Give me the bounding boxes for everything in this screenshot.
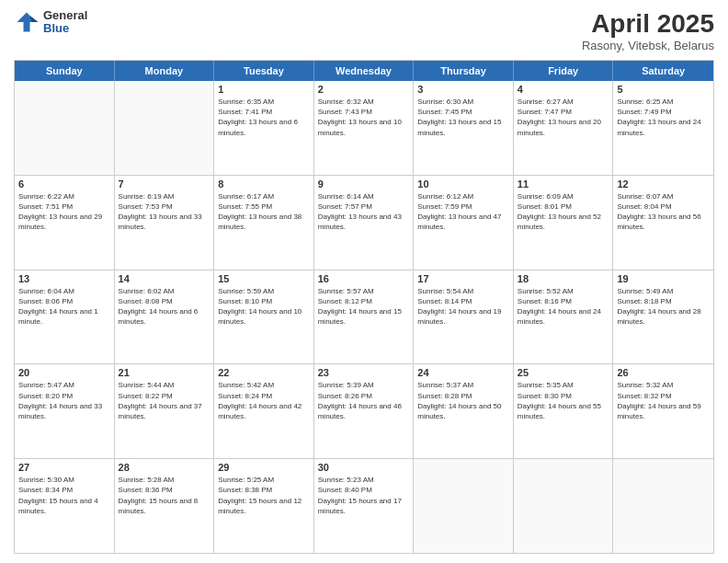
day-cell: 7Sunrise: 6:19 AM Sunset: 7:53 PM Daylig… xyxy=(115,176,215,270)
day-cell: 20Sunrise: 5:47 AM Sunset: 8:20 PM Dayli… xyxy=(15,364,115,458)
sun-info: Sunrise: 6:27 AM Sunset: 7:47 PM Dayligh… xyxy=(518,97,609,138)
sun-info: Sunrise: 6:30 AM Sunset: 7:45 PM Dayligh… xyxy=(417,97,509,138)
day-number: 11 xyxy=(518,178,609,190)
day-number: 15 xyxy=(218,273,310,284)
header: General Blue April 2025 Rasony, Vitebsk,… xyxy=(14,9,714,52)
day-cell: 28Sunrise: 5:28 AM Sunset: 8:36 PM Dayli… xyxy=(115,459,215,553)
day-cell: 3Sunrise: 6:30 AM Sunset: 7:45 PM Daylig… xyxy=(414,81,514,175)
day-number: 28 xyxy=(119,462,210,473)
sun-info: Sunrise: 6:04 AM Sunset: 8:06 PM Dayligh… xyxy=(18,286,110,327)
sun-info: Sunrise: 5:30 AM Sunset: 8:34 PM Dayligh… xyxy=(18,475,110,516)
day-cell: 15Sunrise: 5:59 AM Sunset: 8:10 PM Dayli… xyxy=(214,270,314,364)
day-number: 25 xyxy=(518,367,609,378)
day-cell: 18Sunrise: 5:52 AM Sunset: 8:16 PM Dayli… xyxy=(514,270,614,364)
day-number: 12 xyxy=(617,178,710,190)
day-cell: 22Sunrise: 5:42 AM Sunset: 8:24 PM Dayli… xyxy=(214,364,314,458)
calendar-row: 27Sunrise: 5:30 AM Sunset: 8:34 PM Dayli… xyxy=(15,459,713,553)
day-cell: 2Sunrise: 6:32 AM Sunset: 7:43 PM Daylig… xyxy=(314,81,415,175)
sun-info: Sunrise: 5:35 AM Sunset: 8:30 PM Dayligh… xyxy=(518,380,609,421)
logo-general: General xyxy=(43,9,87,22)
day-cell: 12Sunrise: 6:07 AM Sunset: 8:04 PM Dayli… xyxy=(613,176,713,270)
day-cell: 10Sunrise: 6:12 AM Sunset: 7:59 PM Dayli… xyxy=(414,176,514,270)
empty-cell xyxy=(15,81,115,175)
day-number: 29 xyxy=(218,462,310,473)
calendar-header-cell: Friday xyxy=(514,61,614,81)
day-number: 10 xyxy=(417,178,509,190)
sun-info: Sunrise: 6:14 AM Sunset: 7:57 PM Dayligh… xyxy=(318,191,410,233)
day-cell: 13Sunrise: 6:04 AM Sunset: 8:06 PM Dayli… xyxy=(15,270,115,364)
sun-info: Sunrise: 6:22 AM Sunset: 7:51 PM Dayligh… xyxy=(18,191,110,233)
day-cell: 25Sunrise: 5:35 AM Sunset: 8:30 PM Dayli… xyxy=(514,364,614,458)
sun-info: Sunrise: 5:54 AM Sunset: 8:14 PM Dayligh… xyxy=(417,286,509,327)
day-number: 14 xyxy=(119,273,210,284)
day-cell: 17Sunrise: 5:54 AM Sunset: 8:14 PM Dayli… xyxy=(414,270,514,364)
day-cell: 1Sunrise: 6:35 AM Sunset: 7:41 PM Daylig… xyxy=(214,81,314,175)
sun-info: Sunrise: 6:17 AM Sunset: 7:55 PM Dayligh… xyxy=(218,191,310,233)
day-number: 3 xyxy=(417,84,509,95)
page-subtitle: Rasony, Vitebsk, Belarus xyxy=(582,39,714,52)
calendar-row: 13Sunrise: 6:04 AM Sunset: 8:06 PM Dayli… xyxy=(15,270,713,365)
empty-cell xyxy=(613,459,713,553)
day-cell: 4Sunrise: 6:27 AM Sunset: 7:47 PM Daylig… xyxy=(514,81,614,175)
calendar-header-cell: Sunday xyxy=(15,61,115,81)
calendar-header-cell: Thursday xyxy=(414,61,514,81)
day-number: 9 xyxy=(318,178,410,190)
page-title: April 2025 xyxy=(582,9,714,39)
day-number: 26 xyxy=(617,367,710,378)
day-cell: 29Sunrise: 5:25 AM Sunset: 8:38 PM Dayli… xyxy=(214,459,314,553)
day-cell: 16Sunrise: 5:57 AM Sunset: 8:12 PM Dayli… xyxy=(314,270,415,364)
sun-info: Sunrise: 6:32 AM Sunset: 7:43 PM Dayligh… xyxy=(318,97,410,138)
day-number: 24 xyxy=(417,367,509,378)
sun-info: Sunrise: 6:02 AM Sunset: 8:08 PM Dayligh… xyxy=(119,286,210,327)
day-number: 1 xyxy=(218,84,310,95)
sun-info: Sunrise: 5:39 AM Sunset: 8:26 PM Dayligh… xyxy=(318,380,410,421)
day-number: 6 xyxy=(18,178,110,190)
sun-info: Sunrise: 5:59 AM Sunset: 8:10 PM Dayligh… xyxy=(218,286,310,327)
calendar-header-cell: Monday xyxy=(115,61,215,81)
day-number: 8 xyxy=(218,178,310,190)
empty-cell xyxy=(115,81,215,175)
day-number: 20 xyxy=(18,367,110,378)
sun-info: Sunrise: 6:07 AM Sunset: 8:04 PM Dayligh… xyxy=(617,191,710,233)
day-number: 5 xyxy=(617,84,710,95)
day-cell: 26Sunrise: 5:32 AM Sunset: 8:32 PM Dayli… xyxy=(613,364,713,458)
day-cell: 19Sunrise: 5:49 AM Sunset: 8:18 PM Dayli… xyxy=(613,270,713,364)
page: General Blue April 2025 Rasony, Vitebsk,… xyxy=(0,0,728,563)
day-number: 16 xyxy=(318,273,410,284)
sun-info: Sunrise: 5:44 AM Sunset: 8:22 PM Dayligh… xyxy=(119,380,210,421)
sun-info: Sunrise: 5:37 AM Sunset: 8:28 PM Dayligh… xyxy=(417,380,509,421)
day-number: 13 xyxy=(18,273,110,284)
sun-info: Sunrise: 5:28 AM Sunset: 8:36 PM Dayligh… xyxy=(119,475,210,516)
day-cell: 9Sunrise: 6:14 AM Sunset: 7:57 PM Daylig… xyxy=(314,176,415,270)
calendar: SundayMondayTuesdayWednesdayThursdayFrid… xyxy=(14,60,714,554)
sun-info: Sunrise: 5:32 AM Sunset: 8:32 PM Dayligh… xyxy=(617,380,710,421)
title-block: April 2025 Rasony, Vitebsk, Belarus xyxy=(582,9,714,52)
sun-info: Sunrise: 6:12 AM Sunset: 7:59 PM Dayligh… xyxy=(417,191,509,233)
sun-info: Sunrise: 6:25 AM Sunset: 7:49 PM Dayligh… xyxy=(617,97,710,138)
logo: General Blue xyxy=(14,9,87,36)
sun-info: Sunrise: 6:19 AM Sunset: 7:53 PM Dayligh… xyxy=(119,191,210,233)
sun-info: Sunrise: 5:23 AM Sunset: 8:40 PM Dayligh… xyxy=(318,475,410,516)
day-number: 21 xyxy=(119,367,210,378)
sun-info: Sunrise: 5:42 AM Sunset: 8:24 PM Dayligh… xyxy=(218,380,310,421)
calendar-row: 1Sunrise: 6:35 AM Sunset: 7:41 PM Daylig… xyxy=(15,81,713,176)
sun-info: Sunrise: 5:49 AM Sunset: 8:18 PM Dayligh… xyxy=(617,286,710,327)
day-number: 22 xyxy=(218,367,310,378)
sun-info: Sunrise: 6:09 AM Sunset: 8:01 PM Dayligh… xyxy=(518,191,609,233)
day-cell: 8Sunrise: 6:17 AM Sunset: 7:55 PM Daylig… xyxy=(214,176,314,270)
day-number: 23 xyxy=(318,367,410,378)
day-cell: 30Sunrise: 5:23 AM Sunset: 8:40 PM Dayli… xyxy=(314,459,415,553)
calendar-header: SundayMondayTuesdayWednesdayThursdayFrid… xyxy=(15,61,713,81)
day-number: 17 xyxy=(417,273,509,284)
calendar-header-cell: Saturday xyxy=(613,61,713,81)
sun-info: Sunrise: 5:25 AM Sunset: 8:38 PM Dayligh… xyxy=(218,475,310,516)
day-number: 7 xyxy=(119,178,210,190)
day-number: 30 xyxy=(318,462,410,473)
empty-cell xyxy=(514,459,614,553)
day-number: 18 xyxy=(518,273,609,284)
calendar-row: 20Sunrise: 5:47 AM Sunset: 8:20 PM Dayli… xyxy=(15,364,713,459)
day-number: 4 xyxy=(518,84,609,95)
logo-icon xyxy=(14,9,40,35)
sun-info: Sunrise: 5:52 AM Sunset: 8:16 PM Dayligh… xyxy=(518,286,609,327)
day-cell: 14Sunrise: 6:02 AM Sunset: 8:08 PM Dayli… xyxy=(115,270,215,364)
